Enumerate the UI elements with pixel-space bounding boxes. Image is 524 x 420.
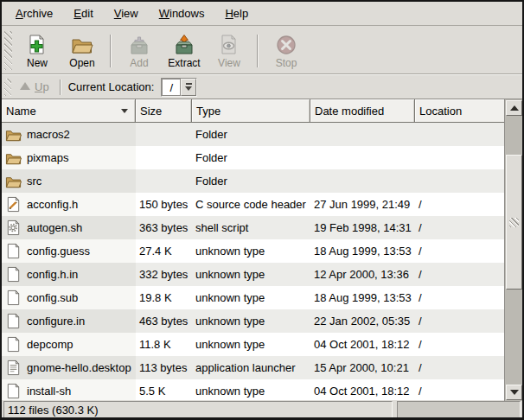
scroll-down-button[interactable] xyxy=(506,385,522,400)
file-location: / xyxy=(415,263,504,286)
file-type-icon xyxy=(5,359,22,377)
stop-button[interactable]: Stop xyxy=(264,30,309,72)
menu-archive[interactable]: Archive xyxy=(5,2,63,26)
file-date-modified xyxy=(310,123,415,146)
file-location xyxy=(415,146,504,169)
toolbar-separator xyxy=(257,35,259,67)
file-date-modified: 27 Jun 1999, 21:49 xyxy=(310,193,415,216)
location-bar-drag-handle[interactable] xyxy=(4,79,11,96)
table-row[interactable]: src Folder xyxy=(2,169,504,193)
file-location xyxy=(415,123,504,146)
file-name: depcomp xyxy=(27,338,73,351)
menu-view[interactable]: View xyxy=(104,2,149,26)
table-row[interactable]: configure.in 463 bytes unknown type 22 J… xyxy=(2,309,504,333)
file-date-modified: 18 Aug 1999, 13:53 xyxy=(310,286,415,309)
combo-dash-icon xyxy=(186,83,192,85)
file-type: Folder xyxy=(192,169,310,193)
current-location-label: Current Location: xyxy=(68,80,155,93)
column-header-size[interactable]: Size xyxy=(136,99,192,123)
file-type: unknown type xyxy=(192,333,310,356)
table-row[interactable]: config.h.in 332 bytes unknown type 12 Ap… xyxy=(2,263,504,286)
file-type-icon xyxy=(5,242,22,260)
file-location: / xyxy=(415,286,504,309)
file-date-modified: 22 Jan 2002, 05:35 xyxy=(310,309,415,333)
table-row[interactable]: acconfig.h 150 bytes C source code heade… xyxy=(2,193,504,216)
file-name: macros2 xyxy=(27,128,70,141)
scroll-up-button[interactable] xyxy=(506,100,522,116)
files-summary-text: 112 files (630.3 K) xyxy=(8,404,99,417)
file-date-modified: 04 Oct 2001, 18:12 xyxy=(310,333,415,356)
table-row[interactable]: pixmaps Folder xyxy=(2,146,504,169)
file-size: 113 bytes xyxy=(136,356,192,379)
table-row[interactable]: macros2 Folder xyxy=(2,123,504,146)
location-dropdown-button[interactable] xyxy=(181,79,196,96)
file-date-modified xyxy=(310,169,415,193)
file-type-icon xyxy=(5,172,22,190)
location-combobox[interactable]: / xyxy=(161,78,197,97)
file-type: Folder xyxy=(192,123,310,146)
file-type: unknown type xyxy=(192,239,310,263)
column-header-date-modified[interactable]: Date modified xyxy=(310,99,415,123)
up-button[interactable]: Up xyxy=(15,79,54,95)
vertical-scrollbar[interactable] xyxy=(504,99,522,401)
location-separator xyxy=(60,80,61,95)
stop-icon xyxy=(275,34,297,56)
menu-help[interactable]: Help xyxy=(214,2,259,26)
view-file-icon xyxy=(218,34,240,56)
file-name: config.h.in xyxy=(27,268,78,281)
table-row[interactable]: autogen.sh 363 bytes shell script 19 Feb… xyxy=(2,216,504,239)
file-location: / xyxy=(415,379,504,400)
location-value[interactable]: / xyxy=(162,79,181,96)
file-type-icon xyxy=(5,219,22,237)
file-size: 19.8 K xyxy=(136,286,192,309)
file-size: 11.8 K xyxy=(136,333,192,356)
file-name-cell: config.guess xyxy=(2,239,136,263)
file-location xyxy=(415,169,504,193)
file-name: pixmaps xyxy=(27,151,68,164)
extract-button[interactable]: Extract xyxy=(162,30,207,72)
table-row[interactable]: gnome-hello.desktop 113 bytes applicatio… xyxy=(2,356,504,379)
toolbar-drag-handle[interactable] xyxy=(4,31,12,70)
column-header-name[interactable]: Name xyxy=(2,99,136,123)
file-name-cell: src xyxy=(2,169,136,193)
file-type-icon xyxy=(5,149,22,167)
up-arrow-icon xyxy=(20,82,30,90)
file-type-icon xyxy=(5,289,22,307)
file-list: Name Size Type Date modified Location ma… xyxy=(2,99,522,400)
file-size: 363 bytes xyxy=(136,216,192,239)
location-bar: Up Current Location: / xyxy=(2,75,522,99)
file-type-icon xyxy=(5,312,22,330)
file-type: Folder xyxy=(192,146,310,169)
file-name-cell: macros2 xyxy=(2,123,136,146)
table-row[interactable]: config.sub 19.8 K unknown type 18 Aug 19… xyxy=(2,286,504,309)
file-type: shell script xyxy=(192,216,310,239)
file-name-cell: gnome-hello.desktop xyxy=(2,356,136,379)
open-button[interactable]: Open xyxy=(60,30,105,72)
file-name: acconfig.h xyxy=(27,198,78,211)
file-size: 332 bytes xyxy=(136,263,192,286)
menu-windows[interactable]: Windows xyxy=(149,2,215,26)
file-date-modified: 18 Aug 1999, 13:53 xyxy=(310,239,415,263)
file-count-status: 112 files (630.3 K) xyxy=(3,401,393,418)
file-type: unknown type xyxy=(192,379,310,400)
column-header-type[interactable]: Type xyxy=(192,99,310,123)
table-row[interactable]: config.guess 27.4 K unknown type 18 Aug … xyxy=(2,239,504,263)
progress-area xyxy=(397,401,521,418)
file-type: C source code header xyxy=(192,193,310,216)
up-button-label: Up xyxy=(35,80,49,93)
file-name: config.guess xyxy=(27,245,90,258)
sort-indicator-icon xyxy=(121,109,128,113)
add-button-label: Add xyxy=(130,57,148,69)
file-type: unknown type xyxy=(192,309,310,333)
arrow-up-icon xyxy=(510,105,519,111)
table-body: macros2 Folder pixmaps Folder src Folder… xyxy=(2,123,504,400)
new-button[interactable]: New xyxy=(15,30,60,72)
file-type-icon xyxy=(5,265,22,283)
menu-edit[interactable]: Edit xyxy=(63,2,103,26)
file-name: config.sub xyxy=(27,291,78,304)
table-row[interactable]: install-sh 5.5 K unknown type 04 Oct 200… xyxy=(2,379,504,400)
table-row[interactable]: depcomp 11.8 K unknown type 04 Oct 2001,… xyxy=(2,333,504,356)
view-button[interactable]: View xyxy=(207,30,252,72)
add-button[interactable]: Add xyxy=(117,30,162,72)
scrollbar-thumb[interactable] xyxy=(506,155,522,290)
